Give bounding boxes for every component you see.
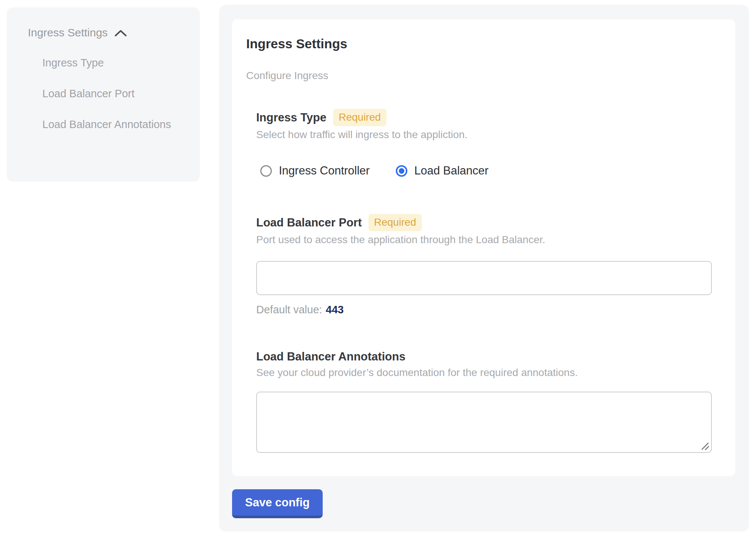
required-badge: Required (333, 109, 387, 126)
lb-annotations-description: See your cloud provider’s documentation … (256, 366, 712, 379)
save-config-button[interactable]: Save config (232, 489, 323, 518)
page-subtitle: Configure Ingress (246, 69, 721, 82)
sidebar-item-load-balancer-annotations[interactable]: Load Balancer Annotations (21, 114, 185, 135)
ingress-type-description: Select how traffic will ingress to the a… (256, 128, 712, 141)
settings-sections: Ingress Type Required Select how traffic… (256, 109, 712, 453)
sidebar-group-label: Ingress Settings (28, 26, 108, 39)
radio-icon[interactable] (396, 165, 407, 177)
load-balancer-annotations-textarea[interactable] (256, 392, 712, 453)
radio-label: Ingress Controller (279, 164, 370, 177)
section-load-balancer-annotations: Load Balancer Annotations See your cloud… (256, 349, 712, 453)
lb-port-label: Load Balancer Port (256, 215, 362, 230)
radio-label: Load Balancer (414, 164, 489, 177)
default-value: 443 (326, 304, 343, 316)
radio-option-ingress-controller[interactable]: Ingress Controller (260, 164, 370, 177)
sidebar-item-list: Ingress Type Load Balancer Port Load Bal… (21, 53, 185, 135)
required-badge: Required (368, 214, 422, 231)
ingress-type-radio-group: Ingress Controller Load Balancer (256, 164, 712, 177)
lb-annotations-label: Load Balancer Annotations (256, 349, 405, 364)
page-title: Ingress Settings (246, 36, 721, 52)
radio-option-load-balancer[interactable]: Load Balancer (396, 164, 489, 177)
default-value-label: Default value: (256, 304, 322, 316)
sidebar-item-load-balancer-port[interactable]: Load Balancer Port (21, 84, 185, 104)
ingress-type-label: Ingress Type (256, 110, 326, 125)
radio-icon[interactable] (260, 165, 272, 177)
load-balancer-port-input[interactable] (256, 261, 712, 295)
section-ingress-type: Ingress Type Required Select how traffic… (256, 109, 712, 177)
sidebar-item-ingress-type[interactable]: Ingress Type (21, 53, 185, 73)
ingress-settings-card: Ingress Settings Configure Ingress Ingre… (232, 19, 735, 476)
settings-sidebar: Ingress Settings Ingress Type Load Balan… (7, 7, 200, 182)
section-load-balancer-port: Load Balancer Port Required Port used to… (256, 214, 712, 316)
lb-port-description: Port used to access the application thro… (256, 233, 712, 246)
sidebar-group-ingress-settings[interactable]: Ingress Settings (21, 26, 185, 39)
chevron-up-icon (114, 30, 127, 37)
default-value-row: Default value:443 (256, 303, 712, 316)
main-panel: Ingress Settings Configure Ingress Ingre… (219, 5, 749, 532)
